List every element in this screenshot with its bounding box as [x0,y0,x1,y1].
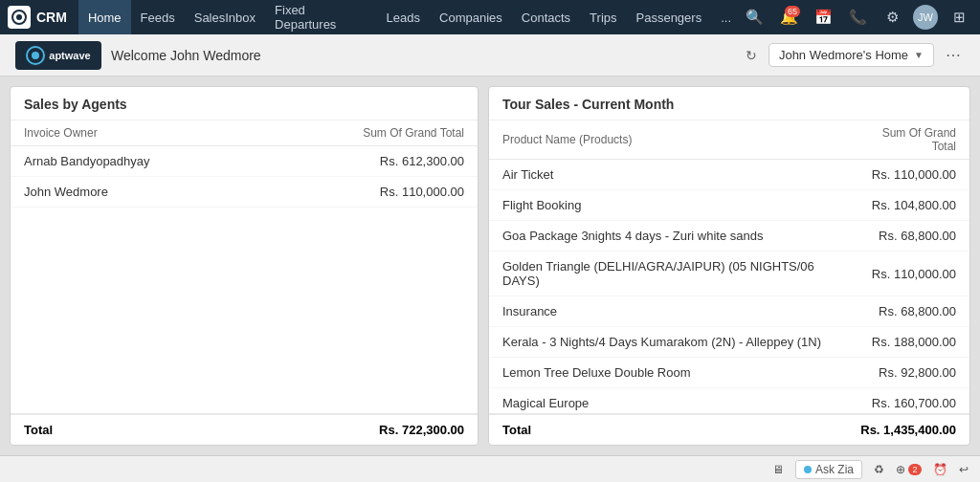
table-row[interactable]: Golden Triangle (DELHI/AGRA/JAIPUR) (05 … [489,252,969,296]
tour-sales-title: Tour Sales - Current Month [489,87,969,120]
product-name: Flight Booking [489,190,845,221]
product-amount: Rs. 68,800.00 [845,296,969,327]
product-amount: Rs. 110,000.00 [845,160,969,190]
table-row[interactable]: Air Ticket Rs. 110,000.00 [489,160,969,190]
home-dropdown[interactable]: John Wedmore's Home ▼ [768,43,934,67]
refresh-icon-button[interactable]: ♻ [874,463,884,476]
crm-logo-icon [8,6,31,29]
nav-item-home[interactable]: Home [78,0,131,34]
table-row[interactable]: Arnab Bandyopadhyay Rs. 612,300.00 [11,146,478,177]
dropdown-arrow-icon: ▼ [914,50,924,60]
screen-icon-button[interactable]: 🖥 [772,463,784,476]
product-amount: Rs. 92,800.00 [845,358,969,388]
product-name: Insurance [489,296,845,327]
nav-item-passengers[interactable]: Passengers [627,0,712,34]
bottom-badge: 2 [908,464,922,475]
tour-total-label: Total [502,423,531,437]
nav-item-salesinbox[interactable]: SalesInbox [185,0,265,34]
clock-icon-button[interactable]: ⏰ [933,463,947,476]
nav-item-more[interactable]: ... [711,0,741,34]
ask-zia-label: Ask Zia [815,463,854,476]
nav-item-companies[interactable]: Companies [430,0,512,34]
tour-col2-header: Sum Of Grand Total [845,120,969,160]
table-row[interactable]: Goa Package 3nights 4 days - Zuri white … [489,221,969,252]
home-dropdown-label: John Wedmore's Home [779,48,908,62]
bottom-bar: 🖥 Ask Zia ♻ ⊕ 2 ⏰ ↩ [0,455,980,482]
brand-name: aptwave [49,50,90,61]
sales-total-label: Total [24,423,53,437]
sales-col2-header: Sum Of Grand Total [264,120,478,146]
tour-sales-footer: Total Rs. 1,435,400.00 [489,413,969,445]
search-button[interactable]: 🔍 [741,4,768,31]
sales-total-amount: Rs. 722,300.00 [379,423,464,437]
brand-logo: aptwave [15,41,101,70]
nav-item-trips[interactable]: Trips [580,0,626,34]
nav-logo[interactable]: CRM [8,6,67,29]
product-amount: Rs. 188,000.00 [845,327,969,358]
product-amount: Rs. 160,700.00 [845,388,969,414]
top-navigation: CRM Home Feeds SalesInbox Fixed Departur… [0,0,980,34]
product-name: Kerala - 3 Nights/4 Days Kumarakom (2N) … [489,327,845,358]
sales-col1-header: Invoice Owner [11,120,264,146]
nav-right-icons: 🔍 🔔 65 📅 📞 ⚙ JW ⊞ [741,4,972,31]
main-content: Sales by Agents Invoice Owner Sum Of Gra… [0,77,980,455]
nav-item-fixed-departures[interactable]: Fixed Departures [265,0,377,34]
welcome-text: Welcome John Wedmore [111,48,261,63]
sales-by-agents-panel: Sales by Agents Invoice Owner Sum Of Gra… [10,86,479,446]
sales-agents-footer: Total Rs. 722,300.00 [11,413,478,445]
nav-item-feeds[interactable]: Feeds [131,0,185,34]
settings-button[interactable]: ⚙ [879,4,905,31]
nav-item-contacts[interactable]: Contacts [512,0,580,34]
tour-sales-panel: Tour Sales - Current Month Product Name … [488,86,970,446]
brand-icon [26,46,45,65]
agent-amount: Rs. 110,000.00 [264,177,478,208]
table-row[interactable]: Lemon Tree Deluxe Double Room Rs. 92,800… [489,358,969,388]
crm-logo-text: CRM [36,10,67,25]
header-more-button[interactable]: ⋯ [942,42,965,68]
zia-dot-icon [804,466,812,473]
header-right: ↻ John Wedmore's Home ▼ ⋯ [742,42,965,68]
grid-button[interactable]: ⊞ [946,4,972,31]
add-icon-button[interactable]: ⊕ 2 [896,463,922,476]
product-name: Air Ticket [489,160,845,190]
svg-point-1 [16,14,22,20]
notification-button[interactable]: 🔔 65 [775,4,802,31]
calendar-button[interactable]: 📅 [810,4,836,31]
product-name: Lemon Tree Deluxe Double Room [489,358,845,388]
sales-by-agents-title: Sales by Agents [11,87,478,120]
nav-items-container: Home Feeds SalesInbox Fixed Departures L… [78,0,741,34]
product-name: Magical Europe [489,388,845,414]
agent-name: John Wedmore [11,177,264,208]
tour-total-amount: Rs. 1,435,400.00 [860,423,956,437]
undo-icon-button[interactable]: ↩ [959,463,969,476]
brand-icon-inner [32,52,39,59]
product-name: Golden Triangle (DELHI/AGRA/JAIPUR) (05 … [489,252,845,296]
phone-button[interactable]: 📞 [844,4,871,31]
table-row[interactable]: Magical Europe Rs. 160,700.00 [489,388,969,414]
header-bar: aptwave Welcome John Wedmore ↻ John Wedm… [0,34,980,77]
notification-badge: 65 [785,6,800,17]
table-row[interactable]: Flight Booking Rs. 104,800.00 [489,190,969,221]
header-logo-area: aptwave Welcome John Wedmore [15,41,261,70]
agent-amount: Rs. 612,300.00 [264,146,478,177]
agent-name: Arnab Bandyopadhyay [11,146,264,177]
product-amount: Rs. 110,000.00 [845,252,969,296]
sales-agents-table: Invoice Owner Sum Of Grand Total Arnab B… [11,120,478,208]
table-row[interactable]: John Wedmore Rs. 110,000.00 [11,177,478,208]
table-row[interactable]: Kerala - 3 Nights/4 Days Kumarakom (2N) … [489,327,969,358]
ask-zia-button[interactable]: Ask Zia [795,460,862,479]
product-amount: Rs. 68,800.00 [845,221,969,252]
refresh-button[interactable]: ↻ [742,44,761,67]
nav-item-leads[interactable]: Leads [377,0,430,34]
product-amount: Rs. 104,800.00 [845,190,969,221]
table-row[interactable]: Insurance Rs. 68,800.00 [489,296,969,327]
product-name: Goa Package 3nights 4 days - Zuri white … [489,221,845,252]
user-avatar[interactable]: JW [913,5,938,30]
tour-sales-scroll[interactable]: Product Name (Products) Sum Of Grand Tot… [489,120,969,413]
tour-sales-table: Product Name (Products) Sum Of Grand Tot… [489,120,969,413]
tour-col1-header: Product Name (Products) [489,120,845,160]
